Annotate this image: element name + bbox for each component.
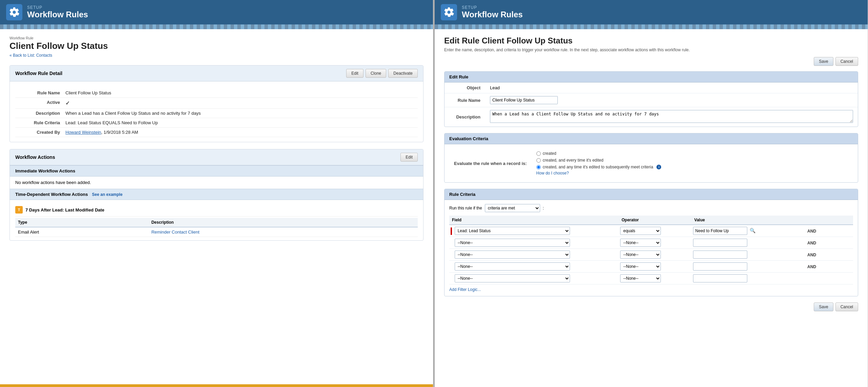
deactivate-button[interactable]: Deactivate [388, 69, 418, 78]
top-cancel-button[interactable]: Cancel [835, 57, 858, 66]
operator-select-4[interactable]: --None-- [620, 274, 661, 282]
radio-created-edited-input[interactable] [536, 158, 541, 163]
operator-select-3[interactable]: --None-- [620, 262, 661, 271]
radio-created-edited-meets[interactable]: created, and any time it's edited to sub… [536, 165, 848, 169]
col-description: Description [149, 218, 418, 227]
criteria-row: --None-- --None-- AND [449, 261, 853, 273]
table-row: Active ✓ [15, 98, 418, 109]
criteria-field-cell: --None-- [449, 249, 619, 261]
workflow-actions-title: Workflow Actions [15, 154, 55, 160]
time-dependent-header: Time-Dependent Workflow Actions See an e… [10, 189, 423, 200]
how-link[interactable]: How do I choose? [536, 171, 569, 176]
value-input-0[interactable] [693, 227, 747, 235]
criteria-value-cell [692, 273, 805, 284]
detail-table: Rule Name Client Follow Up Status Active… [15, 88, 418, 137]
table-row: Created By Howard Weinstein, 1/9/2018 5:… [15, 128, 418, 137]
rule-name-field-cell [485, 93, 858, 107]
eval-criteria-body: Evaluate the rule when a record is: crea… [445, 144, 858, 182]
operator-select-2[interactable]: --None-- [620, 251, 661, 259]
row-description: Reminder Contact Client [149, 227, 418, 237]
back-link[interactable]: « Back to List: Contacts [9, 53, 52, 58]
time-dep-label: 7 Days After Lead: Last Modified Date [25, 207, 104, 213]
field-select-1[interactable]: --None-- [455, 239, 570, 247]
rule-name-label: Rule Name [15, 88, 63, 98]
value-input-2[interactable] [693, 251, 747, 259]
criteria-field-cell: --None-- [449, 261, 619, 273]
radio-created-edited-label: created, and every time it's edited [543, 158, 604, 163]
row-indicator-empty [451, 239, 452, 247]
eval-options-cell: created created, and every time it's edi… [532, 148, 853, 178]
field-select-3[interactable]: --None-- [455, 262, 570, 271]
operator-select-1[interactable]: --None-- [620, 239, 661, 247]
rule-criteria-body: Run this rule if the criteria are met fo… [445, 200, 858, 296]
description-link[interactable]: Reminder Contact Client [151, 229, 199, 235]
rule-name-input[interactable] [490, 96, 558, 104]
operator-select-0[interactable]: equals --None-- [620, 227, 661, 235]
table-row: Description When a Lead has a Client Fol… [445, 107, 858, 127]
see-example-link[interactable]: See an example [92, 192, 122, 197]
value-input-1[interactable] [693, 239, 747, 247]
immediate-body: No workflow actions have been added. [10, 177, 423, 189]
field-select-2[interactable]: --None-- [455, 251, 570, 259]
description-label: Description [445, 107, 485, 127]
field-select-4[interactable]: --None-- [455, 274, 570, 282]
bottom-save-button[interactable]: Save [814, 302, 833, 311]
created-by-link[interactable]: Howard Weinstein [65, 130, 101, 135]
detail-section: Workflow Rule Detail Edit Clone Deactiva… [9, 65, 423, 142]
row-indicator-empty [451, 275, 452, 282]
add-filter-link[interactable]: Add Filter Logic... [449, 287, 481, 292]
evaluation-criteria-section: Evaluation Criteria Evaluate the rule wh… [444, 133, 858, 183]
criteria-operator-cell: --None-- [619, 249, 691, 261]
table-row: Evaluate the rule when a record is: crea… [449, 148, 853, 178]
table-row: Email Alert Reminder Contact Client [15, 227, 418, 237]
value-input-3[interactable] [693, 262, 747, 271]
criteria-value-cell [692, 249, 805, 261]
criteria-row: --None-- --None-- [449, 273, 853, 284]
bottom-cancel-button[interactable]: Cancel [835, 302, 858, 311]
criteria-value-cell: 🔍 [692, 225, 805, 237]
description-label: Description [15, 109, 63, 118]
run-if-select[interactable]: criteria are met formula evaluates to tr… [485, 204, 540, 212]
edit-rule-subtitle: Enter the name, description, and criteri… [444, 48, 858, 52]
object-label: Object [445, 82, 485, 93]
info-icon[interactable]: i [656, 165, 661, 169]
workflow-actions-edit-button[interactable]: Edit [400, 153, 418, 162]
criteria-row: Lead: Lead Status --None-- equals --None… [449, 225, 853, 237]
radio-created[interactable]: created [536, 151, 848, 156]
clone-button[interactable]: Clone [366, 69, 386, 78]
description-textarea[interactable]: When a Lead has a Client Follow Up Statu… [490, 110, 853, 123]
criteria-and-cell: AND [805, 249, 853, 261]
value-input-4[interactable] [693, 274, 747, 282]
time-dependent-body: T 7 Days After Lead: Last Modified Date … [10, 200, 423, 240]
rule-name-label: Rule Name [445, 93, 485, 107]
criteria-field-cell: Lead: Lead Status --None-- [449, 225, 619, 237]
table-row: Rule Criteria Lead: Lead Status EQUALS N… [15, 118, 418, 128]
search-icon-button[interactable]: 🔍 [748, 228, 757, 233]
rule-criteria-value: Lead: Lead Status EQUALS Need to Follow … [63, 118, 418, 128]
criteria-field-cell: --None-- [449, 237, 619, 249]
radio-created-input[interactable] [536, 151, 541, 156]
time-dep-table: Type Description Email Alert Reminder Co… [15, 218, 418, 237]
right-panel: SETUP Workflow Rules Edit Rule Client Fo… [435, 0, 868, 387]
right-page-content: Edit Rule Client Follow Up Status Enter … [435, 29, 868, 387]
description-value: When a Lead has a Client Follow Up Statu… [63, 109, 418, 118]
left-header-title: Workflow Rules [27, 10, 88, 19]
table-row: Object Lead [445, 82, 858, 93]
and-label [806, 276, 807, 281]
col-operator: Operator [619, 216, 691, 225]
row-indicator-empty [451, 263, 452, 271]
edit-button[interactable]: Edit [346, 69, 363, 78]
active-value: ✓ [63, 98, 418, 109]
rule-criteria-section: Rule Criteria Run this rule if the crite… [444, 189, 858, 296]
created-by-value: Howard Weinstein, 1/9/2018 5:28 AM [63, 128, 418, 137]
eval-form: Evaluate the rule when a record is: crea… [449, 148, 853, 178]
radio-created-edited[interactable]: created, and every time it's edited [536, 158, 848, 163]
top-save-button[interactable]: Save [814, 57, 833, 66]
gear-icon [9, 7, 20, 18]
radio-created-edited-meets-label: created, and any time it's edited to sub… [543, 165, 653, 169]
eval-label: Evaluate the rule when a record is: [449, 148, 532, 178]
radio-created-edited-meets-input[interactable] [536, 165, 541, 169]
criteria-row: --None-- --None-- AND [449, 237, 853, 249]
field-select-0[interactable]: Lead: Lead Status --None-- [455, 227, 570, 235]
time-dep-icon: T [15, 206, 23, 214]
